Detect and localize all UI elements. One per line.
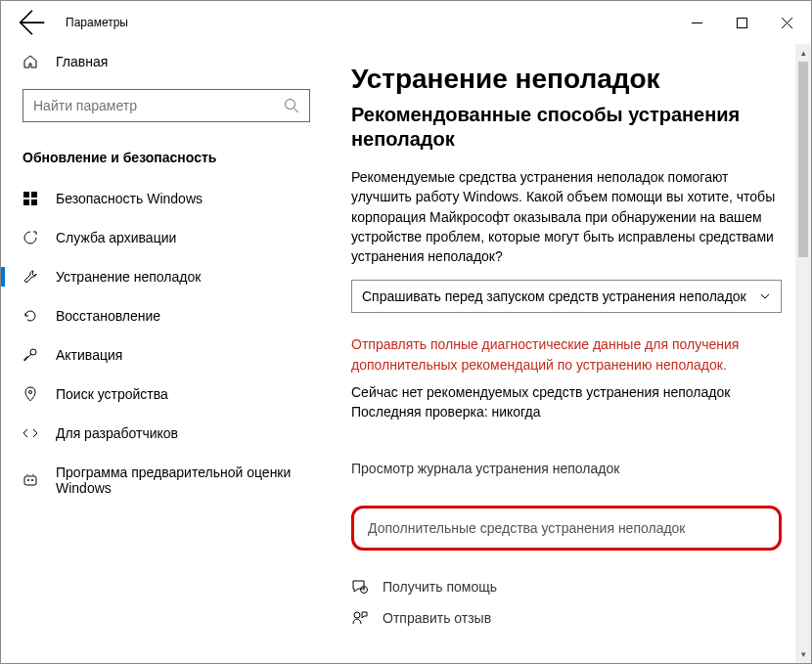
sidebar-item-developers[interactable]: Для разработчиков (1, 414, 324, 453)
status-last-check: Последняя проверка: никогда (351, 404, 782, 420)
sidebar-item-find-device[interactable]: Поиск устройства (1, 375, 324, 414)
page-title: Устранение неполадок (351, 64, 782, 95)
home-icon (23, 54, 38, 69)
svg-rect-2 (23, 192, 29, 198)
scroll-up-icon[interactable]: ▴ (795, 44, 811, 62)
minimize-button[interactable] (674, 8, 719, 37)
nav-label: Для разработчиков (56, 425, 178, 441)
status-no-troubleshooters: Сейчас нет рекомендуемых средств устране… (351, 384, 782, 400)
page-subtitle: Рекомендованные способы устранения непол… (351, 103, 782, 152)
search-icon (284, 98, 299, 113)
additional-troubleshooters-link[interactable]: Дополнительные средства устранения непол… (351, 506, 782, 551)
nav-label: Поиск устройства (56, 386, 168, 402)
send-feedback-link[interactable]: Отправить отзыв (351, 609, 782, 627)
scrollbar[interactable]: ▴ ▾ (795, 44, 811, 663)
sidebar-item-troubleshoot[interactable]: Устранение неполадок (1, 257, 324, 296)
svg-rect-3 (31, 192, 37, 198)
close-button[interactable] (764, 8, 809, 37)
sidebar-item-activation[interactable]: Активация (1, 335, 324, 375)
get-help-link[interactable]: ? Получить помощь (351, 578, 782, 596)
search-field[interactable] (33, 98, 284, 113)
home-label: Главная (56, 54, 108, 69)
view-history-link[interactable]: Просмотр журнала устранения неполадок (351, 461, 782, 476)
wrench-icon (23, 269, 38, 285)
window-controls (674, 8, 809, 37)
scroll-track[interactable] (795, 257, 811, 645)
troubleshoot-preference-dropdown[interactable]: Спрашивать перед запуском средств устран… (351, 280, 782, 313)
help-label: Получить помощь (383, 579, 497, 595)
feedback-label: Отправить отзыв (383, 610, 491, 626)
key-icon (23, 347, 38, 363)
svg-point-13 (354, 612, 360, 618)
arrow-left-icon (19, 9, 46, 36)
home-link[interactable]: Главная (1, 44, 324, 79)
nav-label: Активация (56, 347, 122, 363)
scroll-thumb[interactable] (798, 62, 808, 257)
nav-label: Служба архивации (56, 230, 176, 245)
backup-icon (23, 230, 38, 245)
recovery-icon (23, 308, 38, 324)
svg-text:?: ? (363, 587, 366, 593)
maximize-button[interactable] (719, 8, 764, 37)
svg-point-9 (27, 479, 29, 481)
insider-icon (23, 472, 38, 488)
nav-label: Безопасность Windows (56, 191, 203, 206)
sidebar-item-backup[interactable]: Служба архивации (1, 218, 324, 257)
svg-point-1 (286, 100, 295, 110)
svg-rect-0 (737, 18, 746, 27)
code-icon (23, 425, 38, 441)
dropdown-value: Спрашивать перед запуском средств устран… (362, 288, 746, 304)
svg-point-10 (31, 479, 33, 481)
feedback-icon (351, 609, 369, 627)
sidebar: Главная Обновление и безопасность Безопа… (1, 44, 324, 663)
scroll-down-icon[interactable]: ▾ (795, 645, 811, 663)
content-area: Устранение неполадок Рекомендованные спо… (324, 44, 811, 663)
sidebar-item-insider[interactable]: Программа предварительной оценки Windows (1, 453, 324, 508)
nav-label: Устранение неполадок (56, 269, 201, 285)
svg-rect-8 (24, 476, 36, 485)
find-device-icon (23, 386, 38, 402)
sidebar-item-recovery[interactable]: Восстановление (1, 296, 324, 335)
chevron-down-icon (759, 290, 771, 302)
svg-point-7 (29, 391, 32, 394)
help-icon: ? (351, 578, 369, 596)
sidebar-item-windows-security[interactable]: Безопасность Windows (1, 179, 324, 218)
back-button[interactable] (19, 9, 46, 36)
window-title: Параметры (66, 16, 674, 29)
section-title: Обновление и безопасность (1, 140, 324, 179)
diagnostic-warning: Отправлять полные диагностические данные… (351, 334, 782, 375)
shield-icon (23, 191, 38, 206)
svg-rect-4 (23, 199, 29, 205)
search-input[interactable] (23, 89, 310, 122)
nav-label: Программа предварительной оценки Windows (56, 465, 306, 496)
description-text: Рекомендуемые средства устранения непола… (351, 167, 782, 266)
titlebar: Параметры (1, 1, 811, 44)
svg-rect-5 (31, 199, 37, 205)
nav-label: Восстановление (56, 308, 160, 324)
